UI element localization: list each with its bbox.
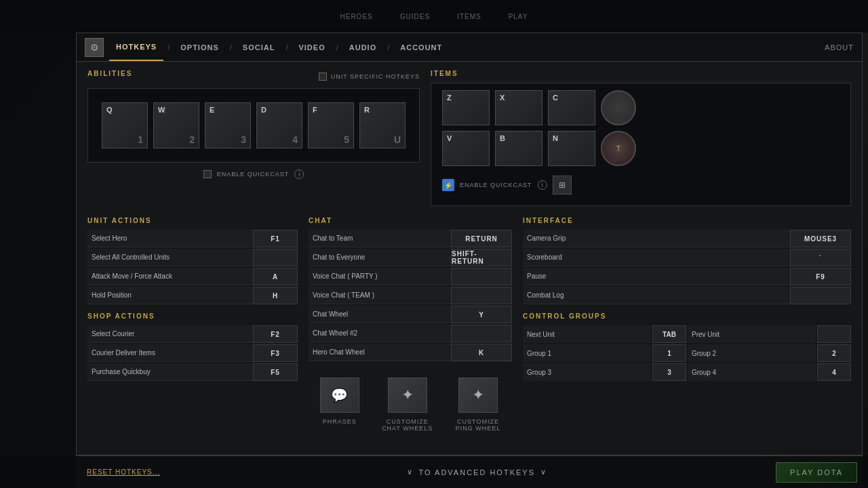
item-key-z[interactable]: Z	[442, 90, 490, 125]
cg-prev-key[interactable]	[817, 325, 851, 343]
item-circle-1[interactable]	[601, 90, 636, 125]
ability-key-f[interactable]: F 5	[308, 102, 354, 148]
quickcast-row: ENABLE QUICKCAST i	[87, 169, 420, 179]
settings-icon[interactable]: ⚙	[85, 38, 104, 57]
hotkey-chat-wheel-name: Chat Wheel	[309, 306, 451, 323]
game-tab-play: PLAY	[509, 13, 528, 20]
hotkey-purchase-quickbuy-key[interactable]: F5	[253, 363, 298, 381]
cg-next-pair: Next Unit TAB	[523, 325, 686, 343]
hotkey-purchase-quickbuy: Purchase Quickbuy F5	[87, 363, 298, 381]
left-column: UNIT ACTIONS Select Hero F1 Select All C…	[87, 217, 298, 447]
nav-account[interactable]: ACCOUNT	[393, 33, 449, 61]
hotkey-hero-chat-wheel-key[interactable]: K	[451, 344, 512, 361]
game-tab-heroes: HEROES	[340, 13, 373, 20]
control-groups-row-2: Group 3 3 Group 4 4	[523, 363, 851, 381]
hotkey-hero-chat-wheel: Hero Chat Wheel K	[309, 344, 512, 361]
ability-key-e[interactable]: E 3	[205, 102, 251, 148]
hotkey-courier-deliver-key[interactable]: F3	[253, 344, 298, 362]
hotkey-attack-move-key[interactable]: A	[253, 268, 298, 285]
interface-title: INTERFACE	[523, 217, 851, 224]
item-key-v[interactable]: V	[442, 131, 490, 166]
advanced-chevron-right-icon: ∨	[540, 468, 547, 476]
hotkey-chat-team-key[interactable]: RETURN	[451, 230, 512, 247]
ability-key-w[interactable]: W 2	[153, 102, 199, 148]
hotkey-scoreboard-name: Scoreboard	[523, 249, 790, 266]
nav-hotkeys[interactable]: HOTKEYS	[109, 33, 163, 61]
phrases-icon: 💬	[320, 378, 359, 413]
nav-video[interactable]: VIDEO	[292, 33, 332, 61]
items-settings-button[interactable]: ⊞	[553, 176, 572, 195]
advanced-hotkeys-button[interactable]: ∨ TO ADVANCED HOTKEYS ∨	[407, 468, 547, 476]
quickcast-checkbox[interactable]	[203, 170, 212, 178]
hotkey-courier-deliver: Courier Deliver Items F3	[87, 344, 298, 362]
cg-group3-pair: Group 3 3	[523, 363, 686, 381]
abilities-section: ABILITIES UNIT SPECIFIC HOTKEYS Q 1 W 2	[87, 70, 420, 206]
customize-ping-wheel-button[interactable]: ✦ CUSTOMIZE PING WHEEL	[456, 378, 501, 432]
item-key-c[interactable]: C	[548, 90, 595, 125]
hotkey-chat-everyone-key[interactable]: SHIFT- RETURN	[451, 249, 512, 266]
ability-key-d[interactable]: D 4	[256, 102, 302, 148]
quickcast-info-icon[interactable]: i	[294, 169, 304, 179]
ability-key-q[interactable]: Q 1	[102, 102, 148, 148]
reset-hotkeys-button[interactable]: RESET HOTKEYS...	[87, 468, 160, 476]
right-column: INTERFACE Camera Grip MOUSE3 Scoreboard …	[523, 217, 851, 447]
hotkey-combat-log-key[interactable]	[790, 287, 851, 304]
ability-w-label: W	[158, 106, 165, 114]
unit-specific-text: UNIT SPECIFIC HOTKEYS	[331, 73, 420, 80]
customize-ping-wheel-icon: ✦	[458, 378, 498, 413]
nav-options[interactable]: OPTIONS	[174, 33, 226, 61]
abilities-grid: Q 1 W 2 E 3 D 4	[87, 88, 420, 163]
unit-specific-checkbox[interactable]	[319, 73, 327, 81]
hotkey-pause-key[interactable]: F9	[790, 268, 851, 285]
cg-group4-key[interactable]: 4	[817, 363, 851, 381]
play-dota-button[interactable]: PLAY DOTA	[776, 462, 857, 483]
chat-title: CHAT	[309, 217, 512, 224]
customize-chat-wheels-icon: ✦	[388, 378, 427, 413]
hotkey-combat-log: Combat Log	[523, 287, 851, 304]
hotkey-chat-wheel-2-key[interactable]	[451, 325, 512, 342]
nav-audio[interactable]: AUDIO	[342, 33, 383, 61]
cg-group1-pair: Group 1 1	[523, 344, 686, 362]
cg-tab-key[interactable]: TAB	[652, 325, 686, 343]
items-quickcast-label: ENABLE QUICKCAST	[460, 182, 532, 188]
left-sidebar	[0, 33, 76, 455]
hotkey-select-courier-name: Select Courier	[87, 325, 253, 343]
ability-q-label: Q	[106, 106, 113, 114]
ability-f-slot: 5	[344, 134, 349, 145]
customize-chat-wheels-button[interactable]: ✦ CUSTOMIZE CHAT WHEELS	[382, 378, 433, 432]
item-key-n[interactable]: N	[548, 131, 595, 166]
items-quickcast-row: ⚡ ENABLE QUICKCAST i ⊞	[442, 171, 840, 199]
nav-about[interactable]: ABOUT	[825, 43, 854, 52]
items-quickcast-info-icon[interactable]: i	[538, 180, 547, 190]
cg-group1-key[interactable]: 1	[652, 344, 686, 362]
hotkey-scoreboard-key[interactable]: `	[790, 249, 851, 266]
nav-sep-2: /	[229, 43, 233, 52]
nav-social[interactable]: SOCIAL	[236, 33, 282, 61]
cg-group2-key[interactable]: 2	[817, 344, 851, 362]
cg-group4-label: Group 4	[688, 363, 816, 381]
item-key-b[interactable]: B	[495, 131, 542, 166]
item-circle-2[interactable]: T	[601, 131, 636, 166]
ability-f-label: F	[313, 106, 317, 114]
hotkey-scoreboard: Scoreboard `	[523, 249, 851, 266]
cg-group4-pair: Group 4 4	[688, 363, 851, 381]
hotkey-select-hero-key[interactable]: F1	[253, 230, 298, 247]
hotkey-voice-team-key[interactable]	[451, 287, 512, 304]
unit-actions-title: UNIT ACTIONS	[87, 217, 298, 224]
hotkey-select-all-key[interactable]	[253, 249, 298, 266]
hotkey-camera-grip-key[interactable]: MOUSE3	[790, 230, 851, 247]
hotkey-select-courier-key[interactable]: F2	[253, 325, 298, 343]
cg-group3-key[interactable]: 3	[652, 363, 686, 381]
phrases-button[interactable]: 💬 PHRASES	[320, 378, 359, 432]
cg-next-label: Next Unit	[523, 325, 651, 343]
cg-group3-label: Group 3	[523, 363, 651, 381]
ability-key-r[interactable]: R U	[359, 102, 406, 148]
control-groups-row-1: Group 1 1 Group 2 2	[523, 344, 851, 362]
hotkey-voice-party-key[interactable]	[451, 268, 512, 285]
hotkey-chat-wheel-key[interactable]: Y	[451, 306, 512, 323]
item-key-x[interactable]: X	[495, 90, 542, 125]
hotkey-chat-wheel: Chat Wheel Y	[309, 306, 512, 323]
hotkey-hold-position-key[interactable]: H	[253, 287, 298, 304]
cg-group1-label: Group 1	[523, 344, 651, 362]
nav-sep-1: /	[166, 43, 171, 52]
